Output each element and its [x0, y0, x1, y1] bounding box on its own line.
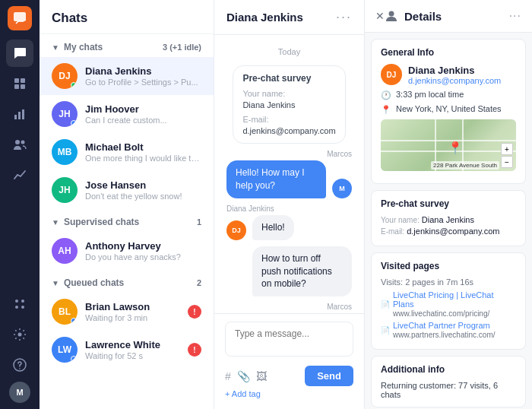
- prechat-name-label: Your name:: [381, 216, 420, 224]
- chat-name: Michael Bolt: [85, 141, 201, 153]
- agent-msg-col: Hello! How may I help you?: [226, 160, 326, 198]
- chat-name: Jim Hoover: [85, 103, 201, 115]
- left-navigation: M: [0, 0, 40, 409]
- chat-avatar-diana: DJ: [52, 63, 78, 89]
- map-zoom-out[interactable]: −: [501, 156, 513, 168]
- chat-item-lawrence-white[interactable]: LW Lawrence White Waiting for 52 s !: [40, 331, 214, 369]
- clock-icon: 🕐: [381, 90, 391, 100]
- additional-info-section: Additional info Returning customer: 77 v…: [371, 356, 526, 407]
- chat-main-area: Diana Jenkins ··· Today Pre-chat survey …: [214, 0, 365, 409]
- prechat-title: Pre-chat survey: [242, 72, 335, 85]
- visited-page-1[interactable]: 📄 LiveChat Pricing | LiveChat Planswww.l…: [381, 290, 516, 318]
- msg-sender-diana-1: Diana Jenkins DJ Hello!: [226, 204, 352, 240]
- visitor-name-email: Diana Jenkins d.jenkins@company.com: [408, 65, 501, 85]
- prechat-email-value: d.jenkins@company.com: [407, 227, 499, 236]
- visitor-msg-row: DJ Hello!: [226, 215, 352, 240]
- chat-item-jose-hansen[interactable]: JH Jose Hansen Don't eat the yellow snow…: [40, 171, 214, 209]
- details-title: Details: [404, 10, 442, 23]
- nav-help[interactable]: [6, 351, 33, 379]
- attachment-icon[interactable]: 📎: [237, 370, 250, 382]
- visited-page-2[interactable]: 📄 LiveChat Partner Programwww.partners.l…: [381, 321, 516, 339]
- msg-sender-marcos-1: Marcos M Hello! How may I help you?: [226, 150, 352, 198]
- chat-item-diana-jenkins[interactable]: DJ Diana Jenkins Go to Profile > Setting…: [40, 57, 214, 95]
- close-icon[interactable]: ✕: [375, 10, 385, 22]
- nav-dashboard[interactable]: [6, 70, 33, 97]
- map-widget[interactable]: 📍 228 Park Avenue South + −: [381, 119, 516, 171]
- send-button[interactable]: Send: [305, 366, 353, 386]
- chat-header-title: Diana Jenkins: [226, 11, 303, 24]
- nav-reports[interactable]: [6, 100, 33, 128]
- chat-avatar-jim: JH: [52, 101, 78, 127]
- nav-agents[interactable]: [6, 131, 33, 158]
- additional-info-text: Returning customer: 77 visits, 6 chats: [381, 381, 516, 399]
- map-zoom-in[interactable]: +: [501, 143, 513, 155]
- visitor-info-row: DJ Diana Jenkins d.jenkins@company.com: [381, 64, 516, 85]
- svg-rect-2: [21, 78, 25, 83]
- nav-settings[interactable]: [6, 321, 33, 348]
- nav-analytics[interactable]: [6, 161, 33, 189]
- chat-item-brian-lawson[interactable]: BL Brian Lawson Waiting for 3 min !: [40, 293, 214, 331]
- page-label-2: LiveChat Partner Programwww.partners.liv…: [393, 321, 496, 339]
- nav-apps[interactable]: [6, 290, 33, 318]
- prechat-name-value: Diana Jenkins: [422, 215, 474, 224]
- chat-item-michael-bolt[interactable]: MB Michael Bolt One more thing I would l…: [40, 133, 214, 171]
- chat-info-diana: Diana Jenkins Go to Profile > Settings >…: [85, 65, 201, 87]
- chat-preview: Waiting for 3 min: [85, 313, 180, 322]
- my-chats-section[interactable]: ▼ My chats 3 (+1 idle): [40, 34, 214, 57]
- supervised-chats-chevron: ▼: [52, 218, 59, 227]
- prechat-survey-title: Pre-chat survey: [381, 198, 516, 209]
- chat-input[interactable]: [225, 322, 353, 357]
- emoji-icon[interactable]: #: [225, 370, 231, 382]
- date-label: Today: [226, 47, 352, 56]
- chat-info-jose: Jose Hansen Don't eat the yellow snow!: [85, 179, 201, 201]
- chat-avatar-michael: MB: [52, 139, 78, 165]
- chat-header-more-button[interactable]: ···: [336, 9, 352, 25]
- prechat-email-field: E-mail: d.jenkins@company.com: [381, 227, 516, 236]
- user-avatar[interactable]: M: [9, 382, 30, 403]
- prechat-name-field: Your name: Diana Jenkins: [381, 215, 516, 224]
- msg-sender-marcos-2: Marcos M Go to Profile > Settings > Push…: [226, 303, 352, 313]
- svg-point-8: [15, 140, 20, 144]
- chat-info-michael: Michael Bolt One more thing I would like…: [85, 141, 201, 163]
- add-tag-link[interactable]: + Add tag: [225, 386, 353, 401]
- chat-preview: Go to Profile > Settings > Pu...: [85, 78, 201, 87]
- prechat-name-val: Diana Jenkins: [242, 100, 335, 111]
- queued-chats-section[interactable]: ▼ Queued chats 2: [40, 270, 214, 293]
- visits-summary: Visits: 2 pages in 7m 16s: [381, 277, 516, 287]
- chat-preview: Don't eat the yellow snow!: [85, 192, 201, 201]
- general-info-section: General Info DJ Diana Jenkins d.jenkins@…: [371, 39, 526, 184]
- chat-info-brian: Brian Lawson Waiting for 3 min: [85, 301, 180, 322]
- chat-preview: Can I create custom...: [85, 116, 201, 125]
- page-label-1: LiveChat Pricing | LiveChat Planswww.liv…: [393, 290, 516, 318]
- details-more-button[interactable]: ···: [509, 9, 521, 23]
- map-inner: 📍 228 Park Avenue South: [381, 119, 516, 171]
- visitor-location-row: 📍 New York, NY, United States: [381, 104, 516, 115]
- visitor-bubble: Hello!: [252, 215, 294, 240]
- supervised-chats-section[interactable]: ▼ Supervised chats 1: [40, 209, 214, 232]
- visitor-msg-row-2: How to turn off push notifications on mo…: [252, 246, 352, 296]
- page-icon-2: 📄: [381, 326, 390, 334]
- image-icon[interactable]: 🖼: [256, 370, 267, 382]
- chat-messages: Today Pre-chat survey Your name: Diana J…: [214, 35, 364, 313]
- chat-preview: One more thing I would like to a...: [85, 154, 201, 163]
- chat-avatar-lawrence: LW: [52, 337, 78, 363]
- queued-chats-count: 2: [197, 278, 201, 287]
- chat-name: Diana Jenkins: [85, 65, 201, 77]
- svg-point-9: [21, 141, 25, 144]
- prechat-email-label: E-mail:: [381, 227, 404, 236]
- location-icon: 📍: [381, 105, 391, 115]
- chat-item-anthony-harvey[interactable]: AH Anthony Harvey Do you have any snacks…: [40, 232, 214, 270]
- supervised-chats-count: 1: [197, 217, 201, 227]
- prechat-email-label: E-mail:: [242, 114, 335, 125]
- chat-list-panel: Chats ▼ My chats 3 (+1 idle) DJ Diana Je…: [40, 0, 214, 409]
- chat-item-jim-hoover[interactable]: JH Jim Hoover Can I create custom...: [40, 95, 214, 133]
- svg-rect-4: [21, 84, 25, 89]
- nav-chats[interactable]: [6, 40, 33, 67]
- visitor-avatar: DJ: [226, 220, 246, 240]
- online-indicator: [71, 82, 77, 88]
- chat-name: Jose Hansen: [85, 179, 201, 191]
- svg-rect-7: [22, 109, 24, 119]
- typing-indicator: [71, 120, 77, 126]
- visitor-location: New York, NY, United States: [396, 104, 502, 113]
- page-icon-1: 📄: [381, 300, 390, 309]
